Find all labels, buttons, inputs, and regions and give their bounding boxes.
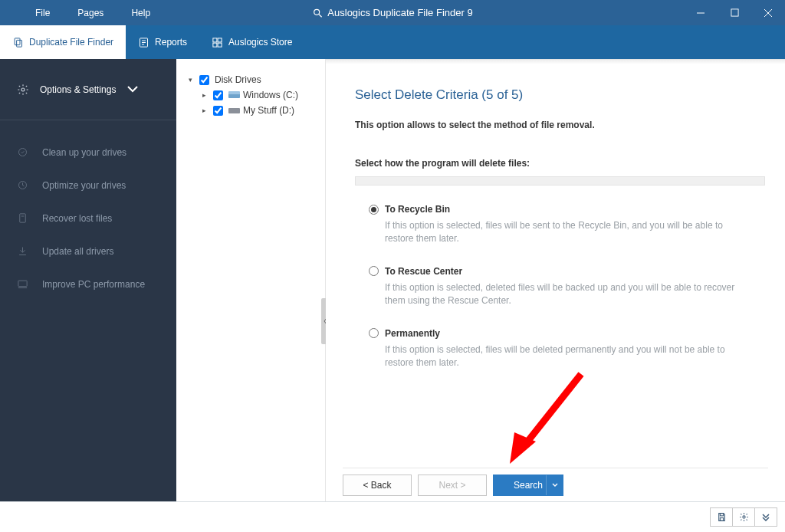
tab-duplicate-file-finder[interactable]: Duplicate File Finder [0, 25, 126, 59]
next-button[interactable]: Next > [418, 475, 487, 496]
tree-drive-label: Windows (C:) [243, 90, 298, 100]
chevron-down-icon [761, 512, 770, 521]
options-label: Options & Settings [40, 84, 116, 95]
svg-line-1 [319, 14, 322, 17]
svg-rect-29 [720, 517, 723, 521]
drive-icon [228, 91, 240, 100]
tab-auslogics-store[interactable]: Auslogics Store [199, 25, 304, 59]
sidebar-item-recover[interactable]: Recover lost files [0, 202, 176, 235]
gear-icon [739, 512, 749, 522]
page-subtitle: This option allows to select the method … [355, 120, 765, 130]
content-panel: Select Delete Criteria (5 of 5) This opt… [326, 59, 785, 501]
annotation-arrow [501, 368, 593, 468]
svg-rect-28 [720, 513, 723, 515]
expand-icon-button[interactable] [754, 507, 777, 527]
sidebar-item-label: Optimize your drives [42, 180, 126, 191]
sidebar-item-clean[interactable]: Clean up your drives [0, 136, 176, 169]
tree-drive-c[interactable]: ▸ Windows (C:) [187, 87, 317, 103]
svg-line-26 [525, 374, 581, 445]
radio-rescue-center[interactable] [369, 266, 379, 276]
menu-bar: File Pages Help [0, 3, 164, 23]
menu-file[interactable]: File [21, 3, 64, 23]
section-label: Select how the program will delete files… [355, 158, 765, 169]
tab-label: Duplicate File Finder [29, 37, 113, 48]
expand-icon: ▸ [201, 107, 208, 114]
sidebar-item-label: Clean up your drives [42, 147, 126, 158]
app-title: Auslogics Duplicate File Finder 9 [312, 7, 472, 18]
window-controls [684, 0, 785, 25]
svg-rect-15 [218, 43, 222, 47]
svg-rect-7 [17, 40, 22, 47]
svg-point-0 [314, 9, 320, 15]
svg-rect-3 [731, 9, 737, 16]
collapse-icon: ▾ [187, 76, 194, 84]
search-label: Search [514, 480, 543, 491]
sidebar: Options & Settings Clean up your drives … [0, 59, 176, 501]
option-rescue-center[interactable]: To Rescue Center If this option is selec… [369, 266, 765, 308]
drive-d-checkbox[interactable] [213, 106, 223, 116]
maximize-button[interactable] [718, 0, 751, 25]
sidebar-item-label: Update all drivers [42, 246, 113, 257]
option-desc: If this option is selected, deleted file… [385, 281, 753, 308]
drive-c-checkbox[interactable] [213, 90, 223, 100]
radio-recycle-bin[interactable] [369, 205, 379, 215]
update-icon [17, 245, 28, 257]
store-icon [212, 37, 223, 48]
sidebar-item-optimize[interactable]: Optimize your drives [0, 169, 176, 202]
tab-label: Auslogics Store [228, 37, 292, 48]
option-permanently[interactable]: Permanently If this option is selected, … [369, 328, 765, 370]
magnifier-icon [312, 8, 323, 18]
svg-rect-14 [213, 43, 217, 47]
svg-rect-25 [228, 108, 240, 113]
search-button[interactable]: Search [493, 475, 563, 496]
sidebar-item-performance[interactable]: Improve PC performance [0, 268, 176, 300]
tab-label: Reports [155, 37, 187, 48]
close-button[interactable] [751, 0, 785, 25]
option-desc: If this option is selected, files will b… [385, 219, 753, 246]
section-divider [355, 176, 765, 186]
back-button[interactable]: < Back [343, 475, 412, 496]
option-label: Permanently [385, 328, 440, 339]
reports-icon [138, 37, 149, 48]
sidebar-item-label: Improve PC performance [42, 279, 145, 290]
menu-pages[interactable]: Pages [64, 3, 117, 23]
gear-icon [17, 84, 29, 96]
save-icon-button[interactable] [710, 507, 733, 527]
tree-drive-label: My Stuff (D:) [243, 105, 294, 116]
main-area: Options & Settings Clean up your drives … [0, 59, 785, 502]
drive-icon [228, 107, 240, 115]
option-label: To Recycle Bin [385, 204, 450, 215]
expand-icon: ▸ [201, 91, 208, 99]
options-settings[interactable]: Options & Settings [0, 59, 176, 120]
option-recycle-bin[interactable]: To Recycle Bin If this option is selecte… [369, 204, 765, 246]
option-label: To Rescue Center [385, 266, 462, 277]
nav-buttons: < Back Next > Search [343, 468, 768, 501]
svg-rect-24 [228, 91, 240, 94]
settings-icon-button[interactable] [732, 507, 755, 527]
sidebar-list: Clean up your drives Optimize your drive… [0, 120, 176, 300]
svg-rect-12 [213, 38, 217, 41]
recover-icon [17, 212, 28, 224]
tab-reports[interactable]: Reports [126, 25, 199, 59]
page-title: Select Delete Criteria (5 of 5) [355, 87, 765, 103]
radio-permanently[interactable] [369, 328, 379, 338]
svg-rect-13 [218, 38, 222, 41]
tabstrip: Duplicate File Finder Reports Auslogics … [0, 25, 785, 59]
sidebar-item-drivers[interactable]: Update all drivers [0, 235, 176, 268]
minimize-button[interactable] [684, 0, 718, 25]
root-checkbox[interactable] [199, 75, 209, 85]
optimize-icon [17, 179, 28, 191]
bottom-bar [0, 502, 785, 531]
shadow [326, 60, 785, 64]
tree-drive-d[interactable]: ▸ My Stuff (D:) [187, 103, 317, 118]
menu-help[interactable]: Help [117, 3, 164, 23]
clean-icon [17, 146, 28, 158]
svg-rect-19 [20, 214, 26, 222]
titlebar: File Pages Help Auslogics Duplicate File… [0, 0, 785, 25]
drive-tree: ▾ Disk Drives ▸ Windows (C:) ▸ My Stuff … [176, 59, 326, 501]
search-dropdown[interactable] [546, 475, 563, 495]
chevron-down-icon [552, 482, 558, 488]
svg-point-16 [21, 88, 25, 91]
svg-marker-27 [510, 432, 536, 464]
tree-root[interactable]: ▾ Disk Drives [187, 72, 317, 87]
